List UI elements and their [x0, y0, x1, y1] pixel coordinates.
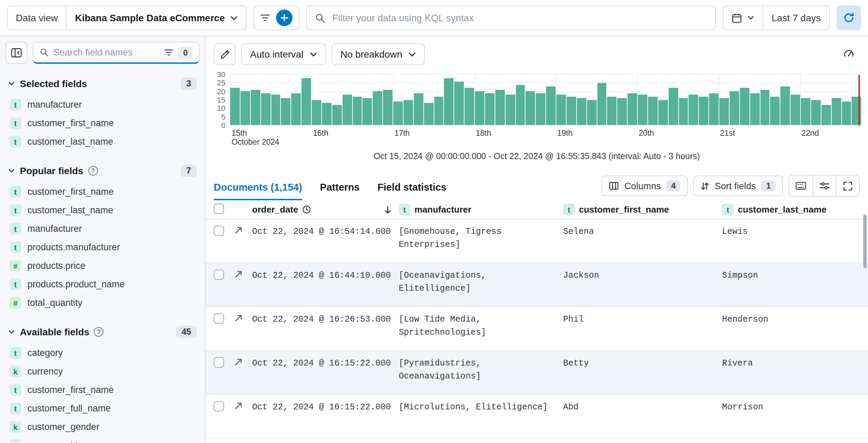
tab-field-statistics[interactable]: Field statistics [377, 182, 446, 200]
field-item-customer-gender[interactable]: kcustomer_gender [5, 418, 199, 436]
histogram-bar[interactable] [740, 88, 749, 125]
histogram-bar[interactable] [760, 90, 770, 125]
histogram-bar[interactable] [301, 78, 311, 125]
histogram-bar[interactable] [485, 93, 495, 125]
field-item-customer-last-name[interactable]: tcustomer_last_name [5, 132, 199, 151]
histogram-bar[interactable] [536, 93, 546, 125]
histogram-bar[interactable] [495, 90, 505, 125]
cell-manufacturer[interactable]: [Low Tide Media, Spritechnologies] [399, 307, 563, 350]
refresh-button[interactable] [836, 5, 861, 30]
histogram-bar[interactable] [852, 96, 861, 125]
histogram-bar[interactable] [281, 98, 291, 125]
histogram-bar[interactable] [424, 103, 433, 125]
cell-customer-last-name[interactable]: Henderson [722, 307, 868, 350]
histogram-bar[interactable] [455, 81, 464, 125]
field-search-input[interactable] [53, 47, 160, 58]
histogram-bar[interactable] [791, 95, 800, 125]
row-checkbox[interactable] [214, 357, 224, 368]
tab-patterns[interactable]: Patterns [320, 182, 360, 200]
histogram-bar[interactable] [251, 90, 260, 125]
histogram-bar[interactable] [464, 88, 474, 125]
scrollbar-thumb[interactable] [863, 215, 867, 268]
kql-search-input[interactable] [332, 12, 707, 23]
expand-document-button[interactable] [234, 395, 252, 438]
cell-customer-last-name[interactable]: Simpson [722, 263, 868, 307]
field-item-customer-first-name[interactable]: tcustomer_first_name [5, 182, 199, 201]
histogram-bar[interactable] [373, 92, 383, 125]
expand-document-button[interactable] [234, 307, 252, 350]
cell-order-date[interactable]: Oct 22, 2024 @ 16:15:22.000 [252, 395, 399, 438]
histogram-bar[interactable] [658, 100, 668, 125]
add-filter-button[interactable] [276, 10, 293, 26]
histogram-bar[interactable] [444, 78, 454, 125]
histogram-bar[interactable] [821, 105, 831, 125]
histogram-bar[interactable] [434, 96, 444, 125]
histogram-bar[interactable] [404, 100, 413, 125]
display-options-button[interactable] [813, 176, 836, 196]
row-checkbox[interactable] [214, 401, 224, 411]
histogram-bar[interactable] [628, 93, 637, 125]
time-range-label[interactable]: Last 7 days [763, 6, 829, 29]
histogram-bar[interactable] [597, 83, 607, 125]
histogram-bar[interactable] [577, 98, 586, 125]
histogram-bar[interactable] [648, 96, 658, 125]
histogram-bar[interactable] [363, 98, 372, 125]
histogram-bar[interactable] [801, 98, 810, 125]
edit-visualization-button[interactable] [214, 43, 236, 65]
breakdown-dropdown[interactable]: No breakdown [332, 43, 425, 65]
histogram-bar[interactable] [526, 92, 535, 125]
collapse-sidebar-button[interactable] [5, 42, 27, 64]
keyboard-shortcuts-button[interactable] [789, 176, 813, 196]
cell-customer-first-name[interactable]: Abd [563, 395, 722, 438]
histogram-bar[interactable] [383, 90, 393, 125]
cell-order-date[interactable]: Oct 22, 2024 @ 16:26:53.000 [252, 307, 399, 350]
tab-documents-1-154[interactable]: Documents (1,154) [214, 182, 302, 200]
histogram-bar[interactable] [719, 98, 729, 125]
fullscreen-button[interactable] [836, 176, 859, 196]
histogram-bar[interactable] [292, 93, 301, 125]
chart-options-button[interactable] [838, 43, 860, 65]
interval-dropdown[interactable]: Auto interval [241, 43, 326, 65]
data-view-select[interactable]: Kibana Sample Data eCommerce [66, 6, 246, 29]
field-item-products-manufacturer[interactable]: tproducts.manufacturer [5, 238, 199, 256]
histogram-bar[interactable] [505, 95, 515, 125]
histogram-bar[interactable] [414, 93, 423, 125]
histogram-bar[interactable] [638, 95, 647, 125]
histogram-bar[interactable] [322, 103, 332, 125]
section-header-popular-fields[interactable]: Popular fields?7 [8, 165, 197, 177]
histogram-bar[interactable] [607, 96, 617, 125]
histogram-bar[interactable] [240, 92, 250, 125]
histogram-bar[interactable] [750, 93, 759, 125]
cell-customer-last-name[interactable]: Lewis [722, 219, 868, 263]
field-item-manufacturer[interactable]: tmanufacturer [5, 219, 199, 238]
column-header-customer-last-name[interactable]: tcustomer_last_name [722, 204, 868, 215]
cell-manufacturer[interactable]: [Microlutions, Elitelligence] [399, 395, 563, 438]
cell-manufacturer[interactable]: [Gnomehouse, Tigress Enterprises] [399, 219, 563, 263]
field-filter-icon[interactable] [165, 49, 174, 56]
histogram-bar[interactable] [546, 86, 556, 125]
histogram-bar[interactable] [831, 98, 841, 125]
histogram-bar[interactable] [679, 98, 688, 125]
histogram-bar[interactable] [556, 95, 566, 125]
cell-customer-first-name[interactable]: Jackson [563, 263, 722, 307]
histogram-bar[interactable] [567, 96, 576, 125]
section-header-selected-fields[interactable]: Selected fields3 [8, 77, 197, 90]
histogram-bar[interactable] [352, 96, 362, 125]
cell-customer-last-name[interactable]: Rivera [722, 351, 868, 394]
row-checkbox[interactable] [214, 270, 224, 280]
histogram-bar[interactable] [475, 92, 484, 125]
histogram-bar[interactable] [587, 100, 596, 125]
cell-order-date[interactable]: Oct 22, 2024 @ 16:15:22.000 [252, 351, 399, 394]
field-item-category[interactable]: tcategory [5, 344, 199, 362]
field-item-customer-first-name[interactable]: tcustomer_first_name [5, 114, 199, 132]
histogram-bar[interactable] [342, 95, 352, 125]
field-item-customer-id[interactable]: kcustomer_id [5, 436, 199, 442]
field-item-total-quantity[interactable]: #total_quantity [5, 294, 199, 312]
field-item-manufacturer[interactable]: tmanufacturer [5, 95, 199, 114]
filter-button[interactable] [260, 14, 270, 22]
histogram-bar[interactable] [668, 88, 678, 125]
column-header-manufacturer[interactable]: tmanufacturer [399, 204, 563, 215]
cell-customer-first-name[interactable]: Selena [563, 219, 722, 263]
histogram-bar[interactable] [312, 100, 321, 125]
field-item-products-price[interactable]: #products.price [5, 256, 199, 275]
